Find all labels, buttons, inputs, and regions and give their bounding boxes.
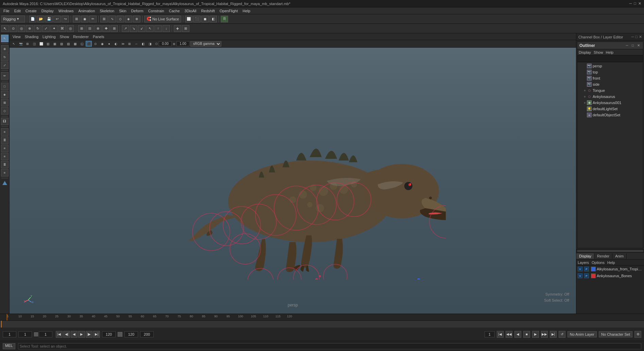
outliner-item-top[interactable]: 📷 top: [577, 69, 643, 75]
gamma-dropdown[interactable]: sRGB gamma: [190, 41, 221, 47]
vp-cam-btn[interactable]: 📷: [18, 41, 24, 47]
play-fwd-btn[interactable]: ▶: [78, 331, 85, 338]
select-by-name-btn[interactable]: ⊞: [73, 16, 80, 22]
vp-display-btn2[interactable]: ▦: [52, 41, 58, 47]
vp-wire-btn[interactable]: ◫: [31, 41, 37, 47]
vp-grid-btn[interactable]: ⊞: [24, 41, 31, 47]
vp-menu-renderer[interactable]: Renderer: [71, 34, 90, 39]
snap-view-btn[interactable]: ◈: [125, 16, 132, 22]
component-mode3[interactable]: ⊞: [1, 99, 9, 106]
rotate-manip-btn[interactable]: ↻: [34, 25, 41, 32]
maximize-btn[interactable]: □: [634, 1, 636, 6]
snap-manip3-btn[interactable]: ↙: [138, 25, 146, 32]
sculpt-tool[interactable]: ✏: [1, 72, 9, 80]
outliner-expand-defaultobjectset[interactable]: [583, 113, 587, 117]
vp-ao-btn[interactable]: ◐: [113, 41, 119, 47]
cb-opt-help[interactable]: Help: [607, 261, 615, 265]
br-play-back[interactable]: ◀: [514, 331, 521, 338]
outliner-item-tongue[interactable]: + ⬡ Tongue: [577, 87, 643, 94]
range-end2-field[interactable]: [140, 331, 154, 337]
jump-start-btn[interactable]: |◀: [56, 331, 63, 338]
menu-openflight[interactable]: OpenFlight: [218, 8, 240, 14]
vp-smooth-btn[interactable]: ⬜: [38, 41, 44, 47]
vp-menu-panels[interactable]: Panels: [91, 34, 106, 39]
range-start-field[interactable]: [18, 331, 32, 337]
outliner-expand-defaultlightset[interactable]: [583, 107, 587, 111]
layer-tool3[interactable]: ≡: [1, 145, 9, 152]
outliner-minimize-btn[interactable]: ─: [625, 43, 629, 48]
menu-deform[interactable]: Deform: [129, 8, 146, 14]
cb-tab-render[interactable]: Render: [594, 253, 612, 259]
cb-tab-anim[interactable]: Anim: [612, 253, 627, 259]
outliner-close-btn[interactable]: ✕: [636, 43, 641, 48]
vp-menu-view[interactable]: View: [11, 34, 22, 39]
outliner-item-ankylosaurus001[interactable]: + ⬢ Ankylosaurus001: [577, 100, 643, 106]
menu-skeleton[interactable]: Skeleton: [98, 8, 116, 14]
vp-menu-shading[interactable]: Shading: [23, 34, 40, 39]
layer-vis-alkylosaurus[interactable]: V: [578, 267, 582, 271]
jump-end-btn[interactable]: ▶|: [93, 331, 100, 338]
universal-manip-btn[interactable]: ✦: [50, 25, 58, 32]
layer-tool5[interactable]: ≣: [1, 161, 9, 168]
open-scene-btn[interactable]: 📂: [37, 16, 45, 22]
cb-tab-display[interactable]: Display: [576, 253, 594, 259]
layer-tool4[interactable]: ≡: [1, 153, 9, 160]
snap-manip5-btn[interactable]: ↑: [154, 25, 162, 32]
viewport[interactable]: View Shading Lighting Show Renderer Pane…: [10, 33, 576, 314]
menu-create[interactable]: Create: [23, 8, 39, 14]
lasso-tool-btn[interactable]: ⊙: [10, 25, 17, 32]
render-btn[interactable]: ⬛: [193, 16, 201, 22]
range-end-field[interactable]: [124, 331, 138, 337]
layer-row-alkylosaurus[interactable]: V P Alkylosaurus_from_Tropical_Hab: [576, 266, 644, 272]
select-tool-btn[interactable]: ↖: [1, 25, 9, 32]
redshift-btn[interactable]: R: [221, 16, 228, 22]
rotate-tool[interactable]: ↻: [1, 53, 9, 61]
snap-grid-btn[interactable]: ⊞: [100, 16, 108, 22]
vp-display-btn1[interactable]: ▥: [45, 41, 51, 47]
cb-float-btn[interactable]: □: [635, 35, 638, 39]
custom-manip4-btn[interactable]: ✚: [102, 25, 110, 32]
outliner-float-btn[interactable]: □: [630, 43, 635, 48]
layer-ref-alkylosaurus[interactable]: P: [584, 267, 589, 271]
outliner-item-ankylosaurus[interactable]: + ⬡ Ankylosaurus: [577, 94, 643, 100]
menu-3dioall[interactable]: 3DioAll: [183, 8, 199, 14]
menu-help[interactable]: Help: [241, 8, 253, 14]
layer-tool1[interactable]: ≡: [1, 128, 9, 136]
component-mode4[interactable]: ◇: [1, 107, 9, 115]
br-jump-start[interactable]: |◀: [497, 331, 504, 338]
component-mode2[interactable]: ◈: [1, 91, 9, 98]
fit-btn[interactable]: ⊞: [182, 25, 189, 32]
layer-vis-bones[interactable]: V: [578, 273, 582, 278]
br-loop[interactable]: ↺: [559, 331, 565, 338]
outliner-search-input[interactable]: [579, 56, 642, 60]
plus-btn[interactable]: +: [174, 25, 181, 32]
scale-tool[interactable]: ⤢: [1, 62, 9, 69]
step-fwd-btn[interactable]: |▶: [86, 331, 92, 338]
snap-manip1-btn[interactable]: ↗: [122, 25, 129, 32]
vp-display-btn5[interactable]: ▩: [72, 41, 78, 47]
outliner-expand-ankylosaurus001[interactable]: +: [583, 101, 587, 105]
end-frame-field[interactable]: [102, 331, 116, 337]
outliner-expand-side[interactable]: [583, 82, 587, 86]
snap-manip6-btn[interactable]: ↓: [163, 25, 170, 32]
anim-layer-btn[interactable]: No Anim Layer: [567, 331, 597, 337]
vp-shadow-btn[interactable]: ●: [106, 41, 112, 47]
render-settings-btn[interactable]: ⬜: [185, 16, 192, 22]
move-tool[interactable]: ⊕: [1, 45, 9, 53]
outliner-item-side[interactable]: 📷 side: [577, 81, 643, 87]
close-btn[interactable]: ✕: [638, 1, 641, 6]
outliner-menu-display[interactable]: Display: [579, 50, 591, 54]
vp-display-btn3[interactable]: ▧: [58, 41, 65, 47]
custom-manip5-btn[interactable]: ⊞: [111, 25, 118, 32]
menu-display[interactable]: Display: [39, 8, 56, 14]
snap-manip2-btn[interactable]: ↘: [130, 25, 137, 32]
vp-menu-lighting[interactable]: Lighting: [41, 34, 57, 39]
vp-highlight-btn[interactable]: ⬛: [86, 41, 92, 47]
outliner-menu-help[interactable]: Help: [606, 50, 614, 54]
layer-tool2[interactable]: ≣: [1, 136, 9, 144]
lasso-select-btn[interactable]: ◉: [81, 16, 88, 22]
outliner-expand-tongue[interactable]: +: [583, 88, 587, 93]
menu-redshift[interactable]: Redshift: [199, 8, 217, 14]
br-stop[interactable]: ■: [523, 331, 530, 338]
show-manip-btn[interactable]: ◎: [67, 25, 74, 32]
